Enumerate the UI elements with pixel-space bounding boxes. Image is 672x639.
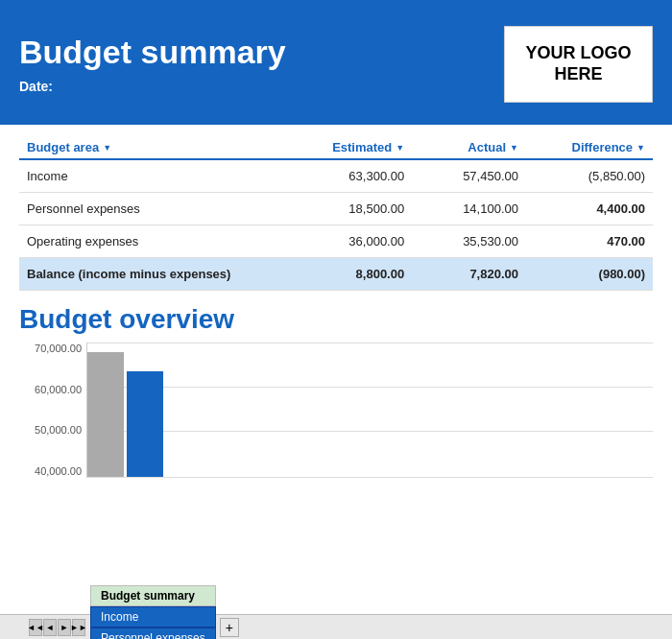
cell-budget-area: Operating expenses bbox=[19, 225, 298, 258]
budget-table-section: Budget area ▼ Estimated ▼ Actual ▼ bbox=[0, 125, 672, 291]
overview-title: Budget overview bbox=[19, 304, 653, 335]
tab-bar: ◄◄ ◄ ► ►► Budget summaryIncomePersonnel … bbox=[0, 614, 672, 639]
col-header-actual: Actual ▼ bbox=[412, 134, 526, 159]
header-left: Budget summary Date: bbox=[19, 35, 286, 93]
col-header-difference: Difference ▼ bbox=[526, 134, 653, 159]
table-row: Balance (income minus expenses)8,800.007… bbox=[19, 258, 653, 291]
tab-income[interactable]: Income bbox=[90, 606, 216, 627]
table-row: Personnel expenses18,500.0014,100.004,40… bbox=[19, 193, 653, 225]
budget-table: Budget area ▼ Estimated ▼ Actual ▼ bbox=[19, 134, 653, 291]
col-header-budget-area: Budget area ▼ bbox=[19, 134, 298, 159]
cell-difference: (5,850.00) bbox=[526, 159, 653, 193]
cell-actual: 57,450.00 bbox=[412, 159, 526, 193]
tab-add-button[interactable]: + bbox=[220, 618, 239, 637]
tab-nav-arrows: ◄◄ ◄ ► ►► bbox=[29, 619, 85, 636]
tab-budget-summary[interactable]: Budget summary bbox=[90, 585, 216, 606]
dropdown-icon-estimated[interactable]: ▼ bbox=[396, 143, 404, 153]
logo-placeholder: YOUR LOGO HERE bbox=[504, 26, 653, 103]
bar-income-estimated bbox=[87, 352, 124, 477]
cell-budget-area: Personnel expenses bbox=[19, 193, 298, 225]
cell-difference: (980.00) bbox=[526, 258, 653, 291]
cell-estimated: 36,000.00 bbox=[298, 225, 412, 258]
gridline-3 bbox=[86, 477, 653, 478]
bar-group-income bbox=[87, 352, 163, 477]
dropdown-icon-budget[interactable]: ▼ bbox=[103, 143, 111, 153]
dropdown-icon-difference[interactable]: ▼ bbox=[636, 143, 645, 153]
header-date-label: Date: bbox=[19, 79, 286, 94]
chart-area: 70,000.00 60,000.00 50,000.00 40,000.00 bbox=[0, 343, 672, 506]
tab-nav-next[interactable]: ► bbox=[58, 619, 71, 636]
chart-y-axis: 70,000.00 60,000.00 50,000.00 40,000.00 bbox=[19, 343, 82, 477]
cell-difference: 470.00 bbox=[526, 225, 653, 258]
y-label-2: 50,000.00 bbox=[19, 424, 82, 436]
cell-budget-area: Income bbox=[19, 159, 298, 193]
page-header: Budget summary Date: YOUR LOGO HERE bbox=[0, 0, 672, 125]
page-title: Budget summary bbox=[19, 35, 286, 70]
tabs-container: Budget summaryIncomePersonnel expensesOp… bbox=[90, 585, 217, 640]
table-row: Income63,300.0057,450.00(5,850.00) bbox=[19, 159, 653, 193]
cell-difference: 4,400.00 bbox=[526, 193, 653, 225]
tab-nav-first[interactable]: ◄◄ bbox=[29, 619, 42, 636]
tab-personnel-expenses[interactable]: Personnel expenses bbox=[90, 627, 216, 640]
table-row: Operating expenses36,000.0035,530.00470.… bbox=[19, 225, 653, 258]
y-label-0: 70,000.00 bbox=[19, 343, 82, 354]
y-label-3: 40,000.00 bbox=[19, 465, 82, 477]
overview-section: Budget overview bbox=[0, 291, 672, 335]
dropdown-icon-actual[interactable]: ▼ bbox=[510, 143, 518, 153]
chart-plot bbox=[86, 343, 653, 477]
cell-budget-area: Balance (income minus expenses) bbox=[19, 258, 298, 291]
cell-actual: 7,820.00 bbox=[412, 258, 526, 291]
cell-actual: 35,530.00 bbox=[412, 225, 526, 258]
y-label-1: 60,000.00 bbox=[19, 384, 82, 395]
cell-actual: 14,100.00 bbox=[412, 193, 526, 225]
cell-estimated: 63,300.00 bbox=[298, 159, 412, 193]
cell-estimated: 18,500.00 bbox=[298, 193, 412, 225]
tab-nav-prev[interactable]: ◄ bbox=[43, 619, 57, 636]
bar-income-actual bbox=[127, 371, 163, 477]
tab-nav-last[interactable]: ►► bbox=[72, 619, 85, 636]
cell-estimated: 8,800.00 bbox=[298, 258, 412, 291]
table-header-row: Budget area ▼ Estimated ▼ Actual ▼ bbox=[19, 134, 653, 159]
col-header-estimated: Estimated ▼ bbox=[298, 134, 412, 159]
